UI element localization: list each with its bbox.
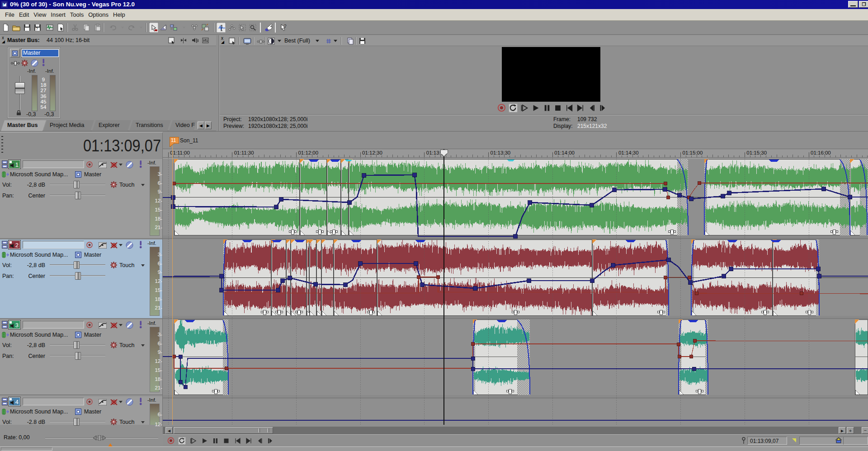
svg-text:01:15:00: 01:15:00 [683, 150, 703, 155]
svg-text:01:14:00: 01:14:00 [554, 150, 575, 155]
svg-text:01:12:00: 01:12:00 [298, 150, 318, 155]
svg-text:01:14:30: 01:14:30 [618, 150, 639, 155]
svg-text:01:15:30: 01:15:30 [746, 150, 767, 155]
svg-text:01:13:30: 01:13:30 [491, 150, 511, 155]
svg-text:Son_11: Son_11 [180, 137, 198, 144]
svg-text:?: ? [284, 24, 287, 29]
svg-text:01:12:30: 01:12:30 [362, 150, 382, 155]
svg-text:01:16:00: 01:16:00 [811, 150, 831, 155]
svg-text:01:11:00: 01:11:00 [170, 150, 190, 155]
svg-text:11: 11 [171, 137, 176, 143]
svg-text:?: ? [36, 27, 38, 31]
svg-text:01:11:30: 01:11:30 [234, 150, 254, 155]
